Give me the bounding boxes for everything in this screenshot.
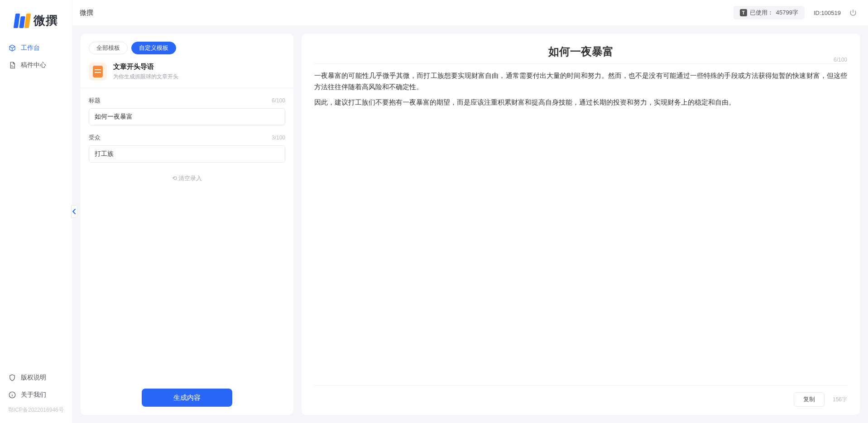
tab-all-templates[interactable]: 全部模板 [89,42,128,54]
nav-about[interactable]: 关于我们 [0,386,72,404]
output-paragraph: 因此，建议打工族们不要抱有一夜暴富的期望，而是应该注重积累财富和提高自身技能，通… [314,97,847,108]
nav-drafts[interactable]: 稿件中心 [0,57,72,74]
output-title: 如何一夜暴富 [314,44,847,63]
cube-icon [8,44,16,52]
brand-logo: 微撰 [0,0,72,39]
config-panel: 全部模板 自定义模板 文章开头导语 为你生成抓眼球的文章开头 标题 [81,34,293,415]
field-count: 6/100 [272,97,285,104]
template-title: 文章开头导语 [113,62,178,71]
field-audience: 受众 3/100 [89,134,285,163]
info-icon [8,391,16,399]
logout-button[interactable] [849,9,857,17]
brand-name: 微撰 [34,13,58,29]
nav-label: 版权说明 [21,374,46,382]
page-title: 微撰 [80,9,93,17]
template-icon [89,62,107,81]
topbar: 微撰 T 已使用： 45799字 ID:100519 [72,0,868,25]
template-card: 文章开头导语 为你生成抓眼球的文章开头 [89,62,285,84]
field-label: 标题 [89,96,101,105]
chevron-left-icon [72,209,77,214]
output-panel: 如何一夜暴富 6/100 一夜暴富的可能性几乎微乎其微，而打工族想要实现财富自由… [302,34,860,415]
logo-icon [14,14,30,28]
output-title-count: 6/100 [834,57,847,63]
document-icon [8,61,16,69]
template-desc: 为你生成抓眼球的文章开头 [113,73,178,81]
generate-button[interactable]: 生成内容 [142,389,232,407]
divider [81,88,293,88]
sidebar-collapse-handle[interactable] [71,205,77,218]
sidebar-nav: 工作台 稿件中心 [0,39,72,74]
text-icon: T [740,9,747,16]
output-divider: 6/100 [314,63,847,64]
field-label: 受众 [89,134,101,142]
title-input[interactable] [89,108,285,125]
nav-copyright[interactable]: 版权说明 [0,369,72,386]
template-tabs: 全部模板 自定义模板 [89,42,285,54]
usage-label: 已使用： [750,9,773,17]
nav-label: 工作台 [21,44,40,52]
tab-custom-templates[interactable]: 自定义模板 [131,42,176,54]
field-title: 标题 6/100 [89,96,285,125]
output-body: 一夜暴富的可能性几乎微乎其微，而打工族想要实现财富自由，通常需要付出大量的时间和… [314,70,847,113]
usage-value: 45799字 [776,9,798,17]
user-id: ID:100519 [814,10,841,16]
output-paragraph: 一夜暴富的可能性几乎微乎其微，而打工族想要实现财富自由，通常需要付出大量的时间和… [314,70,847,92]
field-count: 3/100 [272,135,285,141]
icp-footer: 鄂ICP备2022016946号 [0,404,72,418]
nav-workbench[interactable]: 工作台 [0,39,72,57]
audience-input[interactable] [89,145,285,163]
shield-icon [8,374,16,382]
clear-inputs[interactable]: ⟲ 清空录入 [89,174,285,183]
copy-button[interactable]: 复制 [794,392,825,407]
sidebar-bottom-nav: 版权说明 关于我们 [0,369,72,404]
power-icon [849,9,857,17]
document-lines-icon [93,66,103,77]
output-footer: 复制 156字 [314,385,847,407]
nav-label: 关于我们 [21,391,46,399]
nav-label: 稿件中心 [21,61,46,69]
sidebar: 微撰 工作台 稿件中心 版权说明 关于我们 [0,0,72,423]
usage-badge[interactable]: T 已使用： 45799字 [734,6,805,19]
output-char-count: 156字 [833,396,847,404]
